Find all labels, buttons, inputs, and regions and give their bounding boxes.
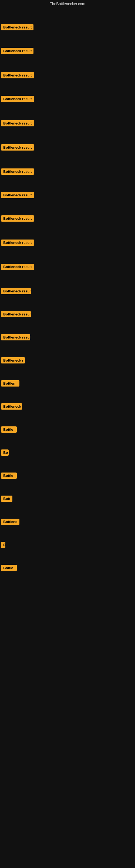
bottleneck-badge-1[interactable]: Bottleneck result — [1, 24, 34, 30]
bottleneck-badge-6[interactable]: Bottleneck result — [1, 144, 34, 151]
bottleneck-badge-9[interactable]: Bottleneck result — [1, 215, 34, 222]
bottleneck-badge-11[interactable]: Bottleneck result — [1, 264, 34, 270]
page-wrapper: TheBottlenecker.com Bottleneck resultBot… — [0, 0, 135, 868]
bottleneck-badge-21[interactable]: Bott — [1, 496, 12, 502]
bottleneck-badge-22[interactable]: Bottlens — [1, 519, 19, 525]
bottleneck-badge-12[interactable]: Bottleneck result — [1, 288, 31, 294]
bottleneck-badge-19[interactable]: Bo — [1, 450, 9, 456]
bottleneck-badge-8[interactable]: Bottleneck result — [1, 192, 34, 198]
bottleneck-badge-10[interactable]: Bottleneck result — [1, 240, 34, 246]
bottleneck-badge-4[interactable]: Bottleneck result — [1, 96, 34, 102]
bottleneck-badge-14[interactable]: Bottleneck result — [1, 334, 30, 340]
bottleneck-badge-13[interactable]: Bottleneck result — [1, 311, 31, 317]
bottleneck-badge-16[interactable]: Bottlen — [1, 380, 19, 386]
bottleneck-badge-23[interactable]: B — [1, 542, 5, 548]
badges-container: Bottleneck resultBottleneck resultBottle… — [0, 9, 135, 600]
bottleneck-badge-17[interactable]: Bottleneck — [1, 403, 22, 410]
bottleneck-badge-20[interactable]: Bottle — [1, 472, 17, 479]
bottleneck-badge-15[interactable]: Bottleneck r — [1, 357, 25, 364]
bottleneck-badge-24[interactable]: Bottle — [1, 565, 17, 571]
site-title: TheBottlenecker.com — [0, 0, 135, 9]
bottleneck-badge-5[interactable]: Bottleneck result — [1, 120, 34, 126]
bottleneck-badge-18[interactable]: Bottle — [1, 426, 17, 433]
bottleneck-badge-7[interactable]: Bottleneck result — [1, 168, 34, 175]
bottleneck-badge-2[interactable]: Bottleneck result — [1, 48, 34, 54]
bottleneck-badge-3[interactable]: Bottleneck result — [1, 72, 34, 79]
